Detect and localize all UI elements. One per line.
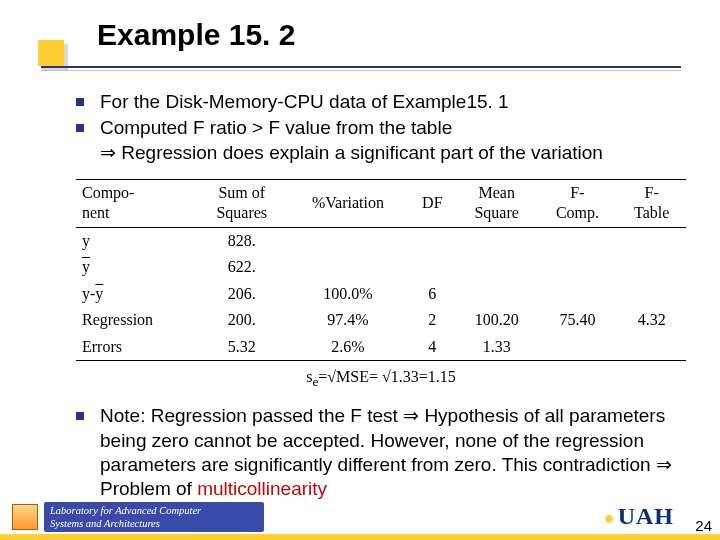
table-row: y622. <box>76 254 686 280</box>
bullet-3: Note: Regression passed the F test ⇒ Hyp… <box>76 404 686 501</box>
slide-title: Example 15. 2 <box>97 18 295 52</box>
title-rule <box>41 66 681 71</box>
sqrt-val: √1.33 <box>382 368 419 385</box>
lab-badge-icon <box>12 504 38 530</box>
cell-ss: 5.32 <box>196 334 287 361</box>
cell-df: 6 <box>409 281 456 307</box>
table-row: y-y206.100.0%6 <box>76 281 686 307</box>
col-pctvar: %Variation <box>287 179 409 227</box>
bullet-2-line1: Computed F ratio > F value from the tabl… <box>100 117 452 138</box>
bullet-2-text: Computed F ratio > F value from the tabl… <box>100 116 686 165</box>
cell-df <box>409 254 456 280</box>
cell-ms <box>456 227 538 254</box>
cell-ms <box>456 281 538 307</box>
implies-icon: ⇒ <box>403 405 419 426</box>
col-fcomp: F-Comp. <box>538 179 618 227</box>
cell-ftable <box>617 254 686 280</box>
cell-pctvar: 100.0% <box>287 281 409 307</box>
cell-component: y-y <box>76 281 196 307</box>
table-row: y828. <box>76 227 686 254</box>
cell-component: y <box>76 254 196 280</box>
table-row: Regression200.97.4%2100.2075.404.32 <box>76 307 686 333</box>
lab-line2: Systems and Architectures <box>50 518 160 529</box>
bullet-icon <box>76 412 84 420</box>
cell-ftable <box>617 334 686 361</box>
cell-ftable: 4.32 <box>617 307 686 333</box>
cell-ss: 622. <box>196 254 287 280</box>
sqrt-mse: √MSE <box>327 368 369 385</box>
anova-tbody: y828.y622.y-y206.100.0%6Regression200.97… <box>76 227 686 360</box>
bullet-icon <box>76 124 84 132</box>
cell-fcomp <box>538 334 618 361</box>
cell-ftable <box>617 281 686 307</box>
footer-bar <box>0 534 720 540</box>
cell-pctvar: 2.6% <box>287 334 409 361</box>
bullet-icon <box>76 98 84 106</box>
footer: Laboratory for Advanced Computer Systems… <box>0 492 720 540</box>
cell-df: 2 <box>409 307 456 333</box>
table-row: Errors5.322.6%41.33 <box>76 334 686 361</box>
cell-ftable <box>617 227 686 254</box>
cell-pctvar <box>287 254 409 280</box>
lab-text: Laboratory for Advanced Computer Systems… <box>44 502 264 532</box>
cell-fcomp <box>538 227 618 254</box>
cell-df: 4 <box>409 334 456 361</box>
uah-logo: ●UAH <box>604 503 674 530</box>
se-eq: = <box>369 368 382 385</box>
accent-square-icon <box>38 40 64 66</box>
bullet-2-line2: Regression does explain a significant pa… <box>116 142 603 163</box>
b3-a: Note: Regression passed the F test <box>100 405 403 426</box>
col-ms: MeanSquare <box>456 179 538 227</box>
cell-component: Errors <box>76 334 196 361</box>
anova-table: Compo-nent Sum ofSquares %Variation DF M… <box>76 179 686 361</box>
cell-ms <box>456 254 538 280</box>
anova-table-wrap: Compo-nent Sum ofSquares %Variation DF M… <box>76 179 686 391</box>
cell-df <box>409 227 456 254</box>
col-ss: Sum ofSquares <box>196 179 287 227</box>
slide-content: For the Disk-Memory-CPU data of Example1… <box>76 90 686 504</box>
se-label: se= <box>306 368 327 385</box>
cell-component: y <box>76 227 196 254</box>
se-result: =1.15 <box>419 368 456 385</box>
col-ftable: F-Table <box>617 179 686 227</box>
cell-ms: 1.33 <box>456 334 538 361</box>
bullet-1-text: For the Disk-Memory-CPU data of Example1… <box>100 90 686 114</box>
cell-component: Regression <box>76 307 196 333</box>
uah-dot-icon: ● <box>604 508 616 528</box>
cell-ss: 206. <box>196 281 287 307</box>
cell-fcomp <box>538 254 618 280</box>
cell-fcomp <box>538 281 618 307</box>
bullet-2: Computed F ratio > F value from the tabl… <box>76 116 686 165</box>
implies-icon: ⇒ <box>656 454 672 475</box>
cell-ss: 828. <box>196 227 287 254</box>
se-equation: se=√MSE= √1.33=1.15 <box>76 367 686 390</box>
cell-ss: 200. <box>196 307 287 333</box>
col-component: Compo-nent <box>76 179 196 227</box>
table-header-row: Compo-nent Sum ofSquares %Variation DF M… <box>76 179 686 227</box>
cell-pctvar <box>287 227 409 254</box>
cell-ms: 100.20 <box>456 307 538 333</box>
col-df: DF <box>409 179 456 227</box>
lab-line1: Laboratory for Advanced Computer <box>50 505 201 516</box>
cell-fcomp: 75.40 <box>538 307 618 333</box>
implies-icon: ⇒ <box>100 142 116 163</box>
bullet-1: For the Disk-Memory-CPU data of Example1… <box>76 90 686 114</box>
page-number: 24 <box>695 517 712 534</box>
bullet-3-text: Note: Regression passed the F test ⇒ Hyp… <box>100 404 686 501</box>
uah-text: UAH <box>618 503 674 529</box>
cell-pctvar: 97.4% <box>287 307 409 333</box>
